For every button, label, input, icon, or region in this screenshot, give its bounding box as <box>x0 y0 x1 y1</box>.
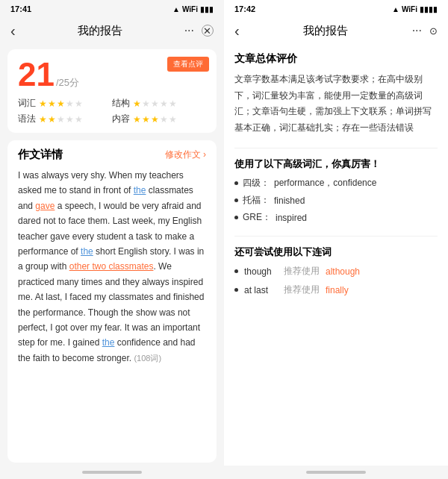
vocab-label: 词汇 <box>18 97 36 110</box>
s-star3: ★ <box>151 98 159 109</box>
right-signal-icon: ▲ <box>392 5 399 13</box>
conn-recommend-1: 推荐使用 <box>284 265 320 278</box>
right-wifi-icon: WiFi <box>402 5 417 13</box>
vocab-level-cet4: 四级： <box>243 177 270 190</box>
score-grid: 词汇 ★ ★ ★ ★ ★ 结构 ★ ★ ★ ★ ★ <box>18 97 206 125</box>
score-card: 查看点评 21 /25分 词汇 ★ ★ ★ ★ ★ 结构 ★ ★ <box>7 49 217 133</box>
s-star5: ★ <box>169 98 177 109</box>
vocab-words-cet4: performance，confidence <box>274 177 376 190</box>
connective-item-though: though 推荐使用 although <box>234 265 438 278</box>
g-star2: ★ <box>48 114 56 125</box>
vocab-item-toefl: 托福： finished <box>234 194 438 207</box>
right-time: 17:42 <box>234 4 255 13</box>
vocab-item-cet4: 四级： performance，confidence <box>234 177 438 190</box>
right-nav-right: ··· ⊙ <box>412 24 438 37</box>
c-star5: ★ <box>169 114 177 125</box>
left-bottom-bar <box>0 466 224 479</box>
score-structure: 结构 ★ ★ ★ ★ ★ <box>112 97 206 110</box>
vocab-level-toefl: 托福： <box>243 194 270 207</box>
vocab-words-gre: inspired <box>276 213 307 223</box>
score-number: 21 <box>18 58 55 91</box>
conn-word-though: though <box>244 266 278 277</box>
bullet-icon <box>234 181 238 185</box>
left-status-icons: ▲ WiFi ▮▮▮ <box>172 5 214 13</box>
essay-body: I was always very shy. When my teachers … <box>18 168 206 366</box>
score-content: 内容 ★ ★ ★ ★ ★ <box>112 113 206 125</box>
conn-alt-atlast: finally <box>326 285 349 295</box>
g-star5: ★ <box>75 114 83 125</box>
essay-highlight-gave: gave <box>35 201 55 211</box>
right-battery-icon: ▮▮▮▮ <box>420 5 438 13</box>
right-home-indicator <box>306 471 366 474</box>
g-star1: ★ <box>39 114 47 125</box>
connective-section: 还可尝试使用以下连词 though 推荐使用 although at last … <box>234 245 438 296</box>
conn-word-atlast: at last <box>244 285 278 295</box>
essay-section: 作文详情 修改作文 › I was always very shy. When … <box>7 140 217 463</box>
star4: ★ <box>66 98 74 109</box>
c-star2: ★ <box>142 114 150 125</box>
structure-label: 结构 <box>112 97 130 110</box>
right-close-button[interactable]: ⊙ <box>429 25 438 37</box>
overall-text: 文章字数基本满足该考试字数要求；在高中级别下，词汇量较为丰富，能使用一定数量的高… <box>234 72 438 136</box>
left-more-button[interactable]: ··· <box>184 24 194 37</box>
right-bottom-bar <box>224 466 448 479</box>
star2: ★ <box>48 98 56 109</box>
conn-recommend-2: 推荐使用 <box>284 284 320 296</box>
vocab-stars: ★ ★ ★ ★ ★ <box>39 98 83 109</box>
right-back-button[interactable]: ‹ <box>234 22 240 40</box>
score-vocab: 词汇 ★ ★ ★ ★ ★ <box>18 97 112 110</box>
right-panel: 17:42 ▲ WiFi ▮▮▮▮ ‹ 我的报告 ··· ⊙ 文章总体评价 文章… <box>224 0 448 479</box>
left-nav-right: ··· ✕ <box>184 24 214 37</box>
star1: ★ <box>39 98 47 109</box>
vocab-section: 使用了以下高级词汇，你真厉害！ 四级： performance，confiden… <box>234 157 438 224</box>
essay-header: 作文详情 修改作文 › <box>18 148 206 162</box>
essay-edit-button[interactable]: 修改作文 › <box>165 148 206 161</box>
vocab-words-toefl: finished <box>274 195 305 206</box>
essay-link-the1: the <box>134 185 146 195</box>
vocab-list: 四级： performance，confidence 托福： finished … <box>234 177 438 224</box>
left-time: 17:41 <box>10 4 31 13</box>
essay-link-the2: the <box>81 246 93 257</box>
s-star1: ★ <box>133 98 141 109</box>
divider-1 <box>234 148 438 148</box>
right-nav-bar: ‹ 我的报告 ··· ⊙ <box>224 16 448 45</box>
content-stars: ★ ★ ★ ★ ★ <box>133 114 177 125</box>
grammar-label: 语法 <box>18 113 36 125</box>
grammar-stars: ★ ★ ★ ★ ★ <box>39 114 83 125</box>
g-star4: ★ <box>66 114 74 125</box>
star3: ★ <box>57 98 65 109</box>
connective-title: 还可尝试使用以下连词 <box>234 245 438 259</box>
vocab-item-gre: GRE： inspired <box>234 211 438 224</box>
bullet-icon <box>234 216 238 219</box>
left-back-button[interactable]: ‹ <box>10 22 16 40</box>
essay-highlight-classmates: other two classmates <box>69 261 154 272</box>
c-star3: ★ <box>151 114 159 125</box>
left-close-button[interactable]: ✕ <box>202 25 214 37</box>
left-nav-bar: ‹ 我的报告 ··· ✕ <box>0 16 224 45</box>
review-button[interactable]: 查看点评 <box>167 57 209 72</box>
left-battery-icon: ▮▮▮ <box>200 5 214 13</box>
s-star2: ★ <box>142 98 150 109</box>
vocab-level-gre: GRE： <box>243 211 271 224</box>
c-star4: ★ <box>160 114 168 125</box>
right-content: 文章总体评价 文章字数基本满足该考试字数要求；在高中级别下，词汇量较为丰富，能使… <box>224 45 448 466</box>
left-home-indicator <box>82 471 142 474</box>
content-label: 内容 <box>112 113 130 125</box>
s-star4: ★ <box>160 98 168 109</box>
essay-word-count: (108词) <box>134 354 161 363</box>
connective-item-atlast: at last 推荐使用 finally <box>234 284 438 296</box>
star5: ★ <box>75 98 83 109</box>
conn-alt-though: although <box>326 266 360 277</box>
left-wifi-icon: WiFi <box>182 5 198 13</box>
vocab-title: 使用了以下高级词汇，你真厉害！ <box>234 157 438 171</box>
bullet-icon <box>234 269 238 273</box>
score-total: /25分 <box>56 76 79 90</box>
c-star1: ★ <box>133 114 141 125</box>
bullet-icon <box>234 198 238 202</box>
left-nav-title: 我的报告 <box>78 24 122 38</box>
bullet-icon <box>234 288 238 292</box>
essay-link-the3: the <box>102 337 115 348</box>
right-status-bar: 17:42 ▲ WiFi ▮▮▮▮ <box>224 0 448 16</box>
right-more-button[interactable]: ··· <box>412 24 422 37</box>
g-star3: ★ <box>57 114 65 125</box>
